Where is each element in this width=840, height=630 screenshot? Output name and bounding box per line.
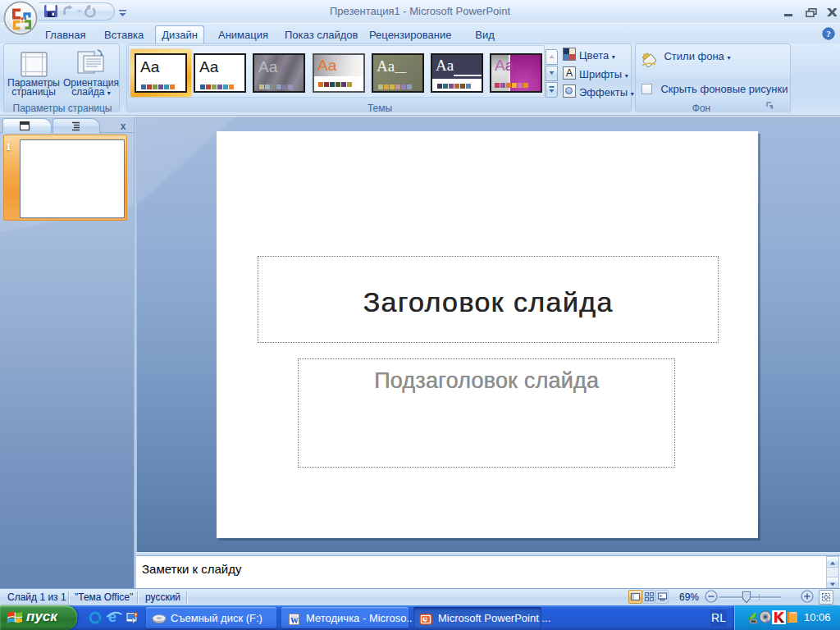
svg-text:W: W [290,616,299,625]
svg-text:?: ? [826,29,831,39]
